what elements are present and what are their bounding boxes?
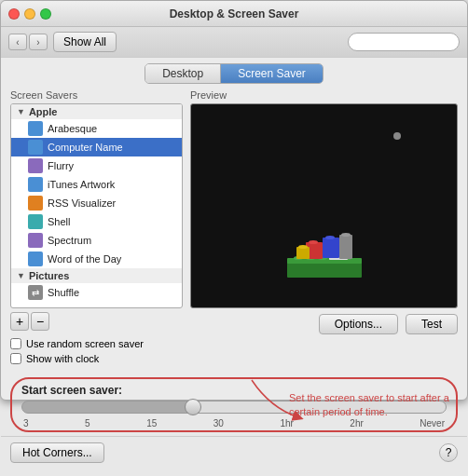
checkboxes: Use random screen saver Show with clock xyxy=(10,338,183,364)
clock-checkbox[interactable] xyxy=(10,353,21,364)
list-bottom-bar: + − xyxy=(10,312,183,331)
add-button[interactable]: + xyxy=(10,312,29,331)
tab-desktop[interactable]: Desktop xyxy=(145,64,221,83)
show-all-button[interactable]: Show All xyxy=(53,32,117,52)
preview-dot xyxy=(393,132,401,140)
shell-label: Shell xyxy=(48,216,70,227)
list-item-shuffle[interactable]: ⇄ Shuffle xyxy=(11,283,182,302)
flurry-label: Flurry xyxy=(48,160,74,171)
tab-bar: Desktop Screen Saver xyxy=(1,58,467,89)
search-input[interactable] xyxy=(348,33,460,51)
spectrum-icon xyxy=(28,233,43,248)
tabs-container: Desktop Screen Saver xyxy=(145,63,323,84)
shuffle-icon: ⇄ xyxy=(28,285,43,300)
wordofday-icon xyxy=(28,252,43,266)
list-item-flurry[interactable]: Flurry xyxy=(11,156,182,175)
nav-buttons: ‹ › xyxy=(8,34,48,50)
lego-svg xyxy=(278,214,371,289)
slider-mark-15: 15 xyxy=(146,418,157,428)
title-bar: Desktop & Screen Saver xyxy=(1,1,467,27)
list-item-computername[interactable]: Computer Name xyxy=(11,138,182,156)
svg-rect-16 xyxy=(339,235,352,259)
tab-screensaver[interactable]: Screen Saver xyxy=(221,64,323,83)
expand-icon: ▼ xyxy=(17,107,25,116)
preview-box xyxy=(190,103,458,308)
annotation: Set the screen saver to start after a ce… xyxy=(289,391,452,420)
forward-button[interactable]: › xyxy=(29,34,48,50)
list-item-arabesque[interactable]: Arabesque xyxy=(11,119,182,138)
rssvisualizer-icon xyxy=(28,196,43,211)
list-item-shell[interactable]: Shell xyxy=(11,212,182,231)
remove-button[interactable]: − xyxy=(31,312,49,331)
slider-mark-3: 3 xyxy=(23,418,29,428)
help-button[interactable]: ? xyxy=(439,443,458,462)
hot-corners-button[interactable]: Hot Corners... xyxy=(10,442,104,463)
annotation-text: Set the screen saver to start after a ce… xyxy=(289,392,449,417)
bottom-bar: Hot Corners... ? xyxy=(1,436,467,469)
svg-point-13 xyxy=(325,236,335,239)
list-item-rssvisualizer[interactable]: RSS Visualizer xyxy=(11,194,182,212)
slider-mark-5: 5 xyxy=(85,418,90,428)
screen-savers-list[interactable]: ▼ Apple Arabesque Computer Name Flurry xyxy=(10,103,183,308)
svg-point-17 xyxy=(341,233,351,237)
svg-point-15 xyxy=(298,245,308,249)
wordofday-label: Word of the Day xyxy=(48,253,121,265)
close-button[interactable] xyxy=(8,8,20,20)
options-button[interactable]: Options... xyxy=(319,314,398,334)
expand-icon-pictures: ▼ xyxy=(17,271,25,280)
screen-savers-label: Screen Savers xyxy=(10,89,183,101)
random-label: Use random screen saver xyxy=(26,338,144,349)
slider-mark-30: 30 xyxy=(213,418,224,428)
list-item-spectrum[interactable]: Spectrum xyxy=(11,231,182,250)
right-panel: Preview xyxy=(190,89,458,364)
minimize-button[interactable] xyxy=(24,8,35,20)
maximize-button[interactable] xyxy=(40,8,51,20)
list-item-itunesartwork[interactable]: iTunes Artwork xyxy=(11,175,182,194)
main-window: Desktop & Screen Saver ‹ › Show All Desk… xyxy=(0,0,468,401)
arabesque-label: Arabesque xyxy=(48,123,97,134)
shuffle-label: Shuffle xyxy=(48,287,79,298)
window-title: Desktop & Screen Saver xyxy=(170,7,299,20)
svg-point-11 xyxy=(309,240,318,244)
back-button[interactable]: ‹ xyxy=(8,34,27,50)
lego-preview xyxy=(278,214,371,289)
group-pictures: ▼ Pictures xyxy=(11,268,182,283)
preview-label: Preview xyxy=(190,89,458,101)
list-item-wordofday[interactable]: Word of the Day xyxy=(11,250,182,268)
itunesartwork-icon xyxy=(28,177,43,192)
group-apple: ▼ Apple xyxy=(11,104,182,119)
test-button[interactable]: Test xyxy=(406,314,458,334)
arabesque-icon xyxy=(28,121,43,136)
computername-icon xyxy=(28,140,43,155)
rssvisualizer-label: RSS Visualizer xyxy=(48,197,116,209)
toolbar: ‹ › Show All xyxy=(1,27,467,58)
main-content: Screen Savers ▼ Apple Arabesque Computer… xyxy=(1,89,467,372)
spectrum-label: Spectrum xyxy=(48,235,91,246)
flurry-icon xyxy=(28,158,43,173)
svg-rect-12 xyxy=(323,238,339,258)
preview-buttons: Options... Test xyxy=(190,314,458,334)
shell-icon xyxy=(28,214,43,229)
clock-checkbox-row[interactable]: Show with clock xyxy=(10,353,183,364)
random-checkbox-row[interactable]: Use random screen saver xyxy=(10,338,183,349)
random-checkbox[interactable] xyxy=(10,338,21,349)
itunesartwork-label: iTunes Artwork xyxy=(48,179,115,190)
traffic-lights xyxy=(8,8,51,20)
computername-label: Computer Name xyxy=(48,142,123,153)
left-panel: Screen Savers ▼ Apple Arabesque Computer… xyxy=(10,89,183,364)
clock-label: Show with clock xyxy=(26,353,99,364)
